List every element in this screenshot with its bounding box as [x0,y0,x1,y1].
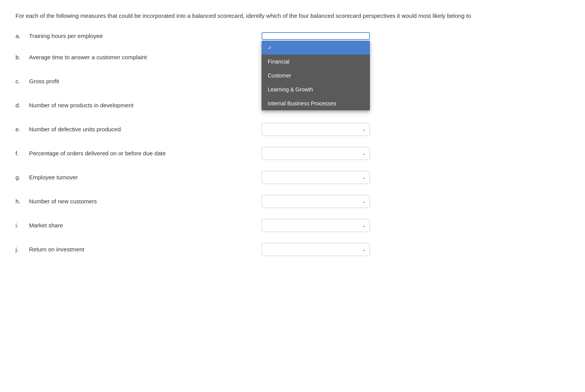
letter-d: d. [15,102,29,108]
question-text-c: Gross profit [29,78,246,84]
dropdown-option-internal-business[interactable]: Internal Business Processes [262,96,370,110]
question-text-j: Return on investment [29,246,246,253]
dropdown-e[interactable]: Financial Customer Learning & Growth Int… [262,123,370,136]
dropdown-j[interactable]: Financial Customer Learning & Growth Int… [262,243,370,256]
question-text-d: Number of new products in development [29,102,246,108]
letter-j: j. [15,246,29,253]
question-text-a: Training hours per employee [29,33,246,39]
dropdown-h[interactable]: Financial Customer Learning & Growth Int… [262,195,370,208]
dropdown-option-blank[interactable] [262,41,370,55]
dropdown-j-container: Financial Customer Learning & Growth Int… [262,243,370,256]
question-item-g: g. Employee turnover Financial Customer … [15,171,570,184]
question-item-h: h. Number of new customers Financial Cus… [15,195,570,208]
question-text-f: Percentage of orders delivered on or bef… [29,150,246,156]
letter-g: g. [15,174,29,181]
dropdown-f-container: Financial Customer Learning & Growth Int… [262,147,370,160]
question-item-e: e. Number of defective units produced Fi… [15,123,570,136]
dropdown-g-container: Financial Customer Learning & Growth Int… [262,171,370,184]
question-item-f: f. Percentage of orders delivered on or … [15,147,570,160]
dropdown-a-trigger[interactable] [262,32,370,40]
question-text-e: Number of defective units produced [29,126,246,132]
dropdown-h-container: Financial Customer Learning & Growth Int… [262,195,370,208]
dropdown-i[interactable]: Financial Customer Learning & Growth Int… [262,219,370,232]
letter-c: c. [15,78,29,84]
letter-i: i. [15,222,29,229]
dropdown-f[interactable]: Financial Customer Learning & Growth Int… [262,147,370,160]
question-text-g: Employee turnover [29,174,246,181]
question-text-h: Number of new customers [29,198,246,205]
question-text-i: Market share [29,222,246,229]
dropdown-option-customer[interactable]: Customer [262,69,370,83]
instructions-text: For each of the following measures that … [15,12,480,21]
dropdown-g[interactable]: Financial Customer Learning & Growth Int… [262,171,370,184]
letter-e: e. [15,126,29,132]
question-text-b: Average time to answer a customer compla… [29,54,246,60]
dropdown-option-learning-growth[interactable]: Learning & Growth [262,83,370,96]
dropdown-a-popup: Financial Customer Learning & Growth Int… [262,41,370,110]
letter-b: b. [15,54,29,60]
question-item-j: j. Return on investment Financial Custom… [15,243,570,256]
letter-f: f. [15,150,29,156]
question-item-i: i. Market share Financial Customer Learn… [15,219,570,232]
dropdown-a-wrapper: Financial Customer Learning & Growth Int… [262,32,370,40]
question-list: a. Training hours per employee Financial… [15,32,570,256]
letter-a: a. [15,33,29,39]
dropdown-e-container: Financial Customer Learning & Growth Int… [262,123,370,136]
question-item-a: a. Training hours per employee Financial… [15,32,570,40]
letter-h: h. [15,198,29,205]
dropdown-option-financial[interactable]: Financial [262,55,370,69]
dropdown-i-container: Financial Customer Learning & Growth Int… [262,219,370,232]
